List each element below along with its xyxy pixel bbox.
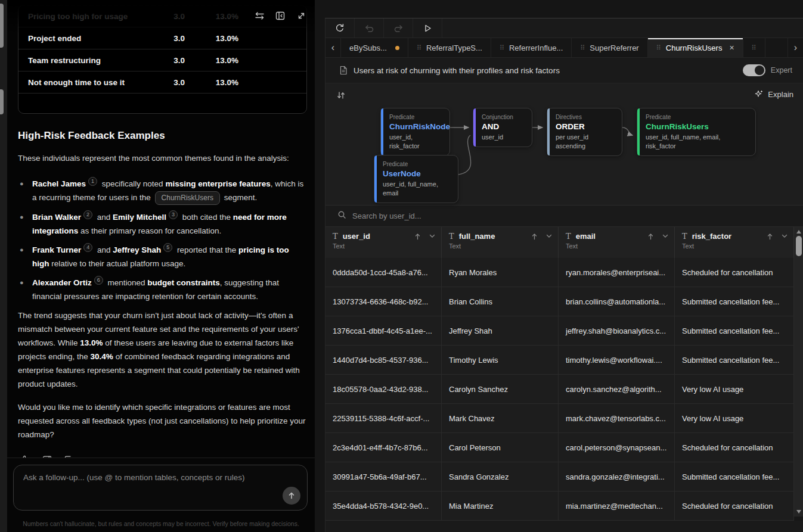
table-row[interactable]: 1376cca1-dbbf-4c45-a1ee-...Jeffrey Shahj… [325,316,794,346]
tab-handle[interactable]: ⠿ [743,38,765,57]
table-row[interactable]: 2c3e4d01-e4ff-4b7c-87b6...Carol Peterson… [325,433,794,462]
cell-full_name[interactable]: Mia Martinez [442,491,559,520]
cell-email[interactable]: mark.chavez@tensorlabs.c... [559,404,675,433]
cell-full_name[interactable]: Timothy Lewis [442,346,559,374]
diagram-node-and[interactable]: ConjunctionANDuser_id [473,108,532,147]
column-header-email[interactable]: TemailText [559,227,675,258]
table-row[interactable]: 13073734-6636-468c-b92...Brian Collinsbr… [325,287,794,316]
chat-scroll-area[interactable]: Pricing too high for usage3.013.0%Projec… [7,0,315,458]
open-side-panel-icon[interactable] [275,10,286,21]
diagram-node-churnriskusers[interactable]: PredicateChurnRiskUsersuser_id, full_nam… [637,108,756,156]
column-menu-chevron-icon[interactable] [429,234,435,238]
cell-full_name[interactable]: Ryan Morales [442,258,559,287]
vertical-scrollbar[interactable] [794,227,803,517]
undo-button[interactable] [355,18,384,38]
column-header-full_name[interactable]: Tfull_nameText [442,227,559,258]
close-tab-icon[interactable]: × [729,43,734,52]
table-row[interactable]: 22539115-5388-4c6f-accf-...Mark Chavezma… [325,404,794,433]
scroll-up-arrow[interactable] [794,228,803,235]
cell-user_id[interactable]: 30991a47-5b6a-49af-b67... [325,462,442,491]
cell-email[interactable]: jeffrey.shah@bioanalytics.c... [559,316,675,345]
cell-email[interactable]: ryan.morales@enterpriseai... [559,258,675,287]
tabs-scroll-left[interactable]: ‹ [325,38,341,57]
scrollbar-thumb[interactable] [796,236,802,256]
query-diagram[interactable]: Explain PredicateChurnRiskNodeuser_id, r… [325,83,803,206]
table-row[interactable]: 35e4dda4-b578-4342-9e0...Mia Martinezmia… [325,491,794,521]
toggle-track[interactable] [743,64,765,76]
column-menu-chevron-icon[interactable] [662,234,668,238]
redo-button[interactable] [384,18,413,38]
expert-toggle[interactable]: Expert [743,64,792,76]
column-header-user_id[interactable]: Tuser_idText [325,227,442,258]
cell-risk_factor[interactable]: Submitted cancellation fee... [675,287,794,316]
citation-badge[interactable]: 3 [169,210,178,219]
cell-email[interactable]: carol.peterson@synapsean... [559,433,675,462]
cell-user_id[interactable]: 13073734-6636-468c-b92... [325,287,442,316]
cell-email[interactable]: carolyn.sanchez@algorith... [559,375,675,403]
cell-risk_factor[interactable]: Very low AI usage [675,404,794,433]
tab-superreferrer[interactable]: ⠿SuperReferrer [572,38,647,57]
sort-ascending-icon[interactable] [647,233,654,240]
cell-email[interactable]: mia.martinez@medtechan... [559,491,675,520]
cell-risk_factor[interactable]: Very low AI usage [675,375,794,403]
follow-up-input[interactable] [14,465,307,510]
cell-full_name[interactable]: Carol Peterson [442,433,559,462]
table-row[interactable]: 18c05578-0aa2-43d2-938...Carolyn Sanchez… [325,375,794,404]
send-button[interactable] [283,487,300,505]
table-row[interactable]: 30991a47-5b6a-49af-b67...Sandra Gonzalez… [325,462,794,491]
cell-email[interactable]: timothy.lewis@workflowai.... [559,346,675,374]
table-chip[interactable]: ChurnRiskUsers [155,191,220,205]
drag-handle-icon[interactable]: ⠿ [752,44,757,52]
cell-risk_factor[interactable]: Scheduled for cancellation [675,433,794,462]
cell-user_id[interactable]: 1376cca1-dbbf-4c45-a1ee-... [325,316,442,345]
cell-full_name[interactable]: Mark Chavez [442,404,559,433]
cell-full_name[interactable]: Jeffrey Shah [442,316,559,345]
rail-handle[interactable] [0,4,4,48]
cell-risk_factor[interactable]: Scheduled for cancellation [675,258,794,287]
sort-ascending-icon[interactable] [531,233,538,240]
tabs-scroll-right[interactable]: › [788,38,803,57]
tab-referraltypes[interactable]: ⠿ReferralTypeS... [408,38,491,57]
drag-handle-icon[interactable]: ⠿ [656,44,661,52]
diagram-node-order[interactable]: DirectivesORDERper user_id ascending [547,108,622,156]
cell-user_id[interactable]: 1440d7d4-bc85-4537-936... [325,346,442,374]
cell-full_name[interactable]: Brian Collins [442,287,559,316]
scroll-down-arrow[interactable] [794,508,803,515]
column-header-risk_factor[interactable]: Trisk_factorText [675,227,794,258]
cell-user_id[interactable]: 35e4dda4-b578-4342-9e0... [325,491,442,520]
tab-referrerinflue[interactable]: ⠿ReferrerInflue... [491,38,572,57]
cell-user_id[interactable]: 18c05578-0aa2-43d2-938... [325,375,442,403]
cell-user_id[interactable]: 22539115-5388-4c6f-accf-... [325,404,442,433]
composer-box[interactable] [13,465,308,511]
run-query-button[interactable] [413,18,442,38]
column-menu-chevron-icon[interactable] [546,234,552,238]
citation-badge[interactable]: 1 [88,177,97,186]
drag-handle-icon[interactable]: ⠿ [417,44,421,52]
cell-user_id[interactable]: 0ddda50d-1ccd-45a8-a76... [325,258,442,287]
citation-badge[interactable]: 2 [83,210,92,219]
tab-ebysubs[interactable]: eBySubs... [341,38,408,57]
sort-ascending-icon[interactable] [414,233,421,240]
cell-full_name[interactable]: Sandra Gonzalez [442,462,559,491]
drag-handle-icon[interactable]: ⠿ [500,44,504,52]
search-input[interactable] [352,211,793,220]
citation-badge[interactable]: 5 [163,243,172,252]
sort-ascending-icon[interactable] [767,233,773,240]
cell-email[interactable]: sandra.gonzalez@integrati... [559,462,675,491]
expand-icon[interactable] [296,10,306,21]
refresh-button[interactable] [325,18,355,38]
swap-columns-icon[interactable] [254,10,265,21]
cell-risk_factor[interactable]: Submitted cancellation fee... [675,316,794,345]
cell-risk_factor[interactable]: Submitted cancellation fee... [675,462,794,491]
cell-risk_factor[interactable]: Submitted cancellation fee... [675,346,794,374]
rail-handle[interactable] [0,89,4,114]
tab-churnriskusers[interactable]: ⠿ChurnRiskUsers× [648,38,743,57]
cell-email[interactable]: brian.collins@automationla... [559,287,675,316]
cell-user_id[interactable]: 2c3e4d01-e4ff-4b7c-87b6... [325,433,442,462]
cell-full_name[interactable]: Carolyn Sanchez [442,375,559,403]
diagram-node-usernode[interactable]: PredicateUserNodeuser_id, full_name, ema… [374,155,458,203]
drag-handle-icon[interactable]: ⠿ [580,44,585,52]
citation-badge[interactable]: 4 [83,243,92,252]
cell-risk_factor[interactable]: Scheduled for cancellation [675,491,794,520]
table-row[interactable]: 0ddda50d-1ccd-45a8-a76...Ryan Moralesrya… [325,258,794,287]
